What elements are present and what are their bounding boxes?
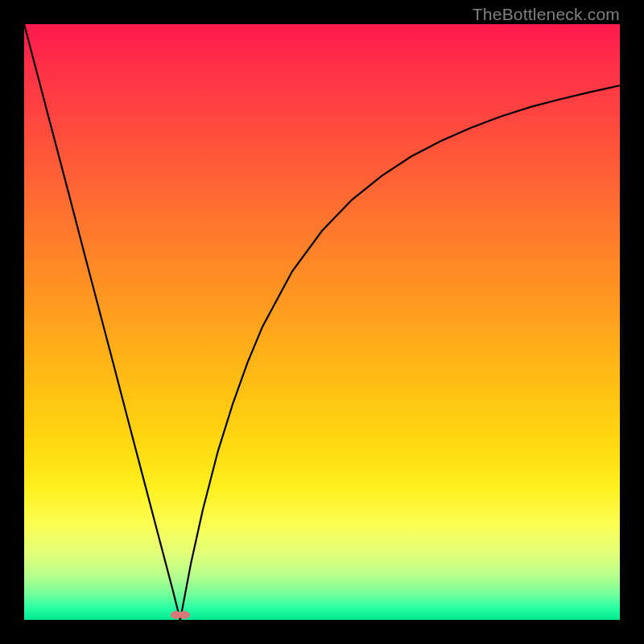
svg-point-1: [179, 611, 190, 619]
curve-layer: [24, 24, 620, 620]
curve-right-branch: [180, 85, 620, 620]
curve-left-branch: [24, 24, 180, 620]
watermark-text: TheBottleneck.com: [473, 5, 620, 24]
plot-area: [24, 24, 620, 620]
chart-frame: TheBottleneck.com: [0, 0, 644, 644]
